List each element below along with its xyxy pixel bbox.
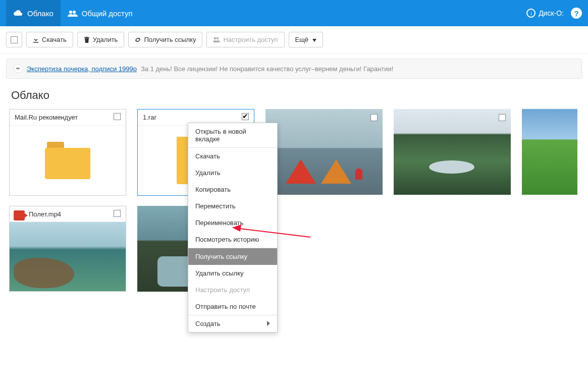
disk-label: Диск-О: [539, 9, 564, 17]
ctx-configure: Настроить доступ [188, 282, 277, 298]
ctx-get-link[interactable]: Получить ссылку [188, 248, 277, 265]
people-icon [68, 10, 78, 17]
tile-checkbox[interactable] [499, 114, 506, 123]
tab-share[interactable]: Общий доступ [61, 0, 140, 26]
ad-link[interactable]: Экспертиза почерка, подписи 1999р [27, 65, 137, 73]
video-badge-icon [14, 210, 25, 220]
tile-checkbox[interactable] [242, 113, 249, 122]
delete-button[interactable]: Удалить [77, 32, 125, 47]
disk-o-link[interactable]: ↓ Диск-О: [526, 9, 564, 18]
image-thumbnail [522, 109, 577, 195]
tile-video[interactable]: Полет.mp4 [9, 206, 126, 292]
caret-down-icon [312, 36, 316, 43]
svg-point-2 [214, 37, 216, 39]
more-button[interactable]: Ещё [289, 32, 324, 47]
ctx-send-mail[interactable]: Отправить по почте [188, 298, 277, 315]
ctx-delete[interactable]: Удалить [188, 164, 277, 181]
ctx-remove-link[interactable]: Удалить ссылку [188, 265, 277, 282]
tab-cloud[interactable]: Облако [6, 0, 61, 26]
image-thumbnail [265, 109, 383, 195]
download-button[interactable]: Скачать [26, 32, 73, 47]
cloud-icon [13, 10, 23, 17]
configure-label: Настроить доступ [223, 36, 278, 43]
toolbar: Скачать Удалить Получить ссылку Настроит… [0, 26, 588, 53]
tile-checkbox[interactable] [114, 113, 121, 122]
get-link-label: Получить ссылку [144, 36, 196, 43]
ctx-open-new-tab[interactable]: Открыть в новой вкладке [188, 123, 277, 147]
svg-point-1 [73, 11, 76, 14]
topbar: Облако Общий доступ ↓ Диск-О: ? [0, 0, 588, 26]
svg-point-3 [217, 37, 219, 39]
tile-rar-label: 1.rar [143, 114, 156, 121]
help-icon[interactable]: ? [571, 8, 582, 19]
chevron-right-icon [267, 320, 270, 327]
more-label: Ещё [295, 36, 309, 43]
ad-text: За 1 день! Все лицензии! Не понравится к… [141, 65, 393, 73]
download-icon [33, 37, 39, 43]
people-small-icon [213, 37, 220, 43]
trash-icon [84, 37, 90, 43]
disk-icon: ↓ [526, 9, 536, 18]
tile-recommend[interactable]: Mail.Ru рекомендует [9, 109, 126, 196]
svg-point-0 [69, 11, 72, 14]
download-label: Скачать [42, 36, 67, 43]
get-link-button[interactable]: Получить ссылку [128, 32, 202, 47]
ctx-move[interactable]: Переместить [188, 198, 277, 214]
ctx-rename[interactable]: Переименовать [188, 214, 277, 231]
select-all-checkbox[interactable] [6, 32, 22, 47]
context-menu: Открыть в новой вкладке Скачать Удалить … [188, 123, 278, 333]
file-grid: Mail.Ru рекомендует 1.rar [0, 109, 588, 292]
ctx-download[interactable]: Скачать [188, 148, 277, 164]
tile-recommend-label: Mail.Ru рекомендует [15, 114, 78, 121]
ctx-create-label: Создать [195, 320, 220, 327]
link-icon [135, 37, 141, 43]
tab-share-label: Общий доступ [82, 9, 133, 18]
configure-access-button: Настроить доступ [206, 32, 284, 47]
tile-video-label: Полет.mp4 [29, 210, 61, 218]
ctx-history[interactable]: Посмотреть историю [188, 231, 277, 248]
image-thumbnail [137, 206, 193, 292]
tile-image-grass[interactable] [522, 109, 577, 196]
ctx-copy[interactable]: Копировать [188, 181, 277, 198]
tile-image-valley[interactable] [394, 109, 511, 196]
page-title: Облако [0, 79, 588, 109]
ctx-create[interactable]: Создать [188, 315, 277, 332]
folder-icon [45, 142, 90, 179]
tile-checkbox[interactable] [370, 114, 378, 123]
tab-cloud-label: Облако [27, 9, 54, 18]
tile-image-tents[interactable] [265, 109, 383, 196]
delete-label: Удалить [93, 36, 118, 43]
ad-banner: ✒ Экспертиза почерка, подписи 1999р За 1… [6, 59, 582, 79]
image-thumbnail [10, 222, 126, 291]
tile-checkbox[interactable] [114, 210, 121, 218]
tile-image-lake[interactable] [137, 206, 193, 292]
ad-icon: ✒ [14, 64, 23, 73]
image-thumbnail [394, 109, 511, 195]
